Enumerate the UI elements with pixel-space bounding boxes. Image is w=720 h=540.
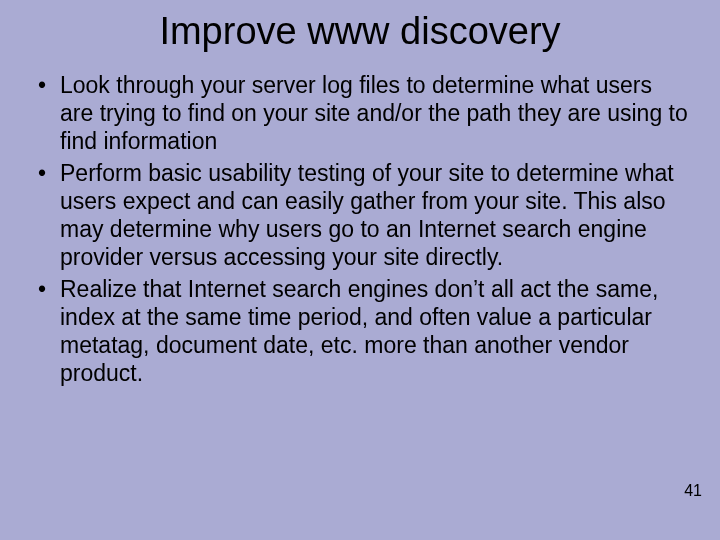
page-number: 41 (684, 482, 702, 500)
slide: Improve www discovery Look through your … (0, 0, 720, 540)
list-item: Realize that Internet search engines don… (34, 275, 688, 387)
list-item: Perform basic usability testing of your … (34, 159, 688, 271)
list-item: Look through your server log files to de… (34, 71, 688, 155)
bullet-list: Look through your server log files to de… (24, 71, 696, 388)
slide-title: Improve www discovery (24, 10, 696, 53)
